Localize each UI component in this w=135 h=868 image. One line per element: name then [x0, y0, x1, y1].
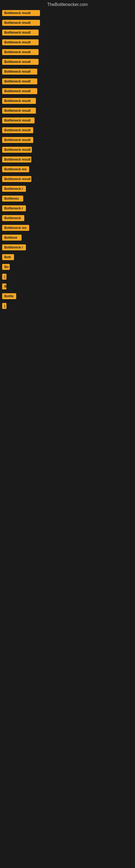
list-item: |	[0, 301, 135, 311]
list-item: Bottleneck result	[0, 57, 135, 67]
list-item: Bottleneck result	[0, 47, 135, 57]
bottleneck-badge[interactable]: Bottleneck r	[2, 186, 26, 192]
list-item: Bottleneck r	[0, 243, 135, 252]
bottleneck-badge[interactable]: Bottleneck result	[2, 30, 39, 35]
bottleneck-badge[interactable]: Bottleneck res	[2, 166, 29, 172]
list-item: Bott	[0, 252, 135, 262]
list-item: Bottleneck result	[0, 18, 135, 28]
list-item: Bottleneck res	[0, 223, 135, 233]
bottleneck-badge[interactable]: Bottleneck r	[2, 205, 26, 211]
bottleneck-badge[interactable]: B	[2, 283, 6, 289]
bottleneck-badge[interactable]: Bottleneck result	[2, 147, 32, 153]
list-item: Bottleneck result	[0, 67, 135, 76]
list-item: Bottleneck result	[0, 125, 135, 135]
bottleneck-badge[interactable]: Bottleneck result	[2, 79, 37, 84]
bottleneck-badge[interactable]: Bottleneck result	[2, 118, 35, 123]
site-title: TheBottlenecker.com	[0, 0, 135, 8]
bottleneck-badge[interactable]: Bottleneck result	[2, 10, 40, 16]
list-item: Bottleneck result	[0, 8, 135, 18]
bottleneck-badge[interactable]: Bo	[2, 264, 10, 270]
bottleneck-badge[interactable]: Bottleneck result	[2, 88, 37, 94]
bottleneck-badge[interactable]: Bottleneck result	[2, 176, 31, 182]
bottleneck-badge[interactable]: Bottleneck result	[2, 39, 39, 45]
list-item: Bottleneck result	[0, 37, 135, 47]
list-item: Bottleneck result	[0, 28, 135, 37]
site-title-container: TheBottlenecker.com	[0, 0, 135, 8]
list-item: Bottleneck result	[0, 116, 135, 125]
bottleneck-badge[interactable]: Bottleneck result	[2, 98, 36, 104]
bottleneck-badge[interactable]: Bottleneck r	[2, 244, 26, 250]
list-item: Bottleneck result	[0, 135, 135, 145]
bottleneck-badge[interactable]: Bottlene	[2, 235, 21, 241]
bottleneck-badge[interactable]: Bottleneck result	[2, 20, 40, 26]
bottleneck-badge[interactable]: Bottleneck result	[2, 69, 37, 74]
list-item: Bottleneck	[0, 213, 135, 223]
list-item: Bottleneck result	[0, 155, 135, 164]
bottleneck-badge[interactable]: Bottle	[2, 293, 16, 299]
list-item: Bottlene	[0, 233, 135, 243]
list-item: Bottleneck result	[0, 96, 135, 106]
list-item: Bottle	[0, 291, 135, 301]
bottleneck-badge[interactable]: Bottleneck result	[2, 59, 39, 65]
bottleneck-badge[interactable]: Bottleneck	[2, 215, 24, 221]
list-item: Bottleneck result	[0, 174, 135, 184]
bottleneck-badge[interactable]: Bottleneck result	[2, 108, 36, 114]
list-item: |	[0, 272, 135, 282]
bottleneck-badge[interactable]: |	[2, 274, 6, 280]
bottleneck-badge[interactable]: Bott	[2, 254, 14, 260]
list-item: Bottleneck result	[0, 145, 135, 155]
list-item: B	[0, 282, 135, 291]
list-item: Bottleneck r	[0, 184, 135, 194]
list-item: Bottlenec	[0, 194, 135, 204]
bottleneck-badge[interactable]: Bottleneck result	[2, 127, 33, 133]
bottleneck-badge[interactable]: Bottleneck result	[2, 49, 39, 55]
bottleneck-badge[interactable]: Bottlenec	[2, 195, 23, 202]
bottleneck-list: Bottleneck resultBottleneck resultBottle…	[0, 8, 135, 799]
list-item: Bottleneck result	[0, 86, 135, 96]
bottleneck-badge[interactable]: Bottleneck res	[2, 225, 29, 231]
bottleneck-badge[interactable]: Bottleneck result	[2, 156, 31, 162]
list-item: Bottleneck res	[0, 164, 135, 174]
list-item: Bo	[0, 262, 135, 272]
list-item: Bottleneck result	[0, 76, 135, 86]
list-item: Bottleneck r	[0, 204, 135, 213]
list-item: Bottleneck result	[0, 106, 135, 116]
bottleneck-badge[interactable]: Bottleneck result	[2, 137, 33, 143]
bottleneck-badge[interactable]: |	[2, 303, 6, 309]
